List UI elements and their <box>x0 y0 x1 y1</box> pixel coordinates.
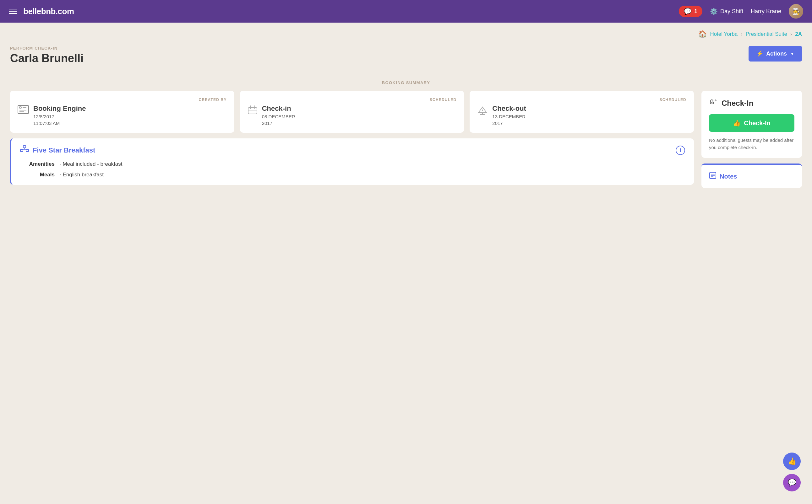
chevron-down-icon: ▼ <box>790 51 794 56</box>
svg-rect-15 <box>20 149 23 152</box>
package-header: Five Star Breakfast i <box>20 145 685 155</box>
notes-panel: Notes <box>702 164 802 188</box>
bolt-icon: ⚡ <box>756 50 763 57</box>
checkin-scheduled-title: Check-in <box>262 105 295 113</box>
amenities-label: Amenities <box>20 161 55 167</box>
svg-rect-5 <box>248 108 257 114</box>
meals-value: · English breakfast <box>60 172 104 178</box>
shift-info[interactable]: ⚙️ Day Shift <box>710 8 743 15</box>
booking-summary-label: BOOKING SUMMARY <box>10 80 802 85</box>
card-label-1: SCHEDULED <box>248 98 457 102</box>
fab-chat-icon: 💬 <box>788 479 796 487</box>
checkin-note: No additional guests may be added after … <box>709 137 794 151</box>
fab-thumbs-up[interactable]: 👍 <box>783 453 801 470</box>
svg-rect-12 <box>23 146 26 148</box>
left-column: CREATED BY Booking En <box>10 91 694 188</box>
package-details: Amenities · Meal included - breakfast Me… <box>20 161 685 178</box>
right-column: Check-In 👍 Check-In No additional guests… <box>702 91 802 188</box>
card-label-0: CREATED BY <box>18 98 227 102</box>
booking-engine-time: 11:07:03 AM <box>33 121 86 126</box>
header-right: 💬 1 ⚙️ Day Shift Harry Krane 👨‍🍳 <box>679 4 803 19</box>
shift-label: Day Shift <box>720 8 743 15</box>
booking-engine-title: Booking Engine <box>33 105 86 113</box>
cards-row: CREATED BY Booking En <box>10 91 694 133</box>
fab-thumbs-up-icon: 👍 <box>788 457 796 465</box>
info-icon-label: i <box>680 147 681 153</box>
package-org-icon <box>20 145 29 155</box>
user-name[interactable]: Harry Krane <box>751 8 781 15</box>
notes-panel-title: Notes <box>709 172 794 181</box>
avatar-image: 👨‍🍳 <box>789 4 803 19</box>
content-grid: CREATED BY Booking En <box>10 91 802 188</box>
booking-engine-icon <box>18 105 29 116</box>
home-icon[interactable]: 🏠 <box>698 30 707 38</box>
checkin-panel-icon <box>709 98 718 109</box>
fab-container: 👍 💬 <box>783 453 801 491</box>
notes-icon <box>709 172 717 181</box>
svg-rect-16 <box>26 149 29 152</box>
actions-label: Actions <box>766 51 787 57</box>
fab-chat[interactable]: 💬 <box>783 474 801 491</box>
scheduled-checkin-card: SCHEDULED Check-in 08 DE <box>240 91 464 133</box>
actions-button[interactable]: ⚡ Actions ▼ <box>749 46 802 62</box>
checkout-icon <box>477 105 488 117</box>
checkin-button[interactable]: 👍 Check-In <box>709 114 794 132</box>
svg-point-11 <box>482 110 483 111</box>
checkin-scheduled-date1: 08 DECEMBER <box>262 114 295 119</box>
scheduled-checkout-card: SCHEDULED Check-out 13 D <box>470 91 694 133</box>
checkin-panel: Check-In 👍 Check-In No additional guests… <box>702 91 802 158</box>
amenities-value: · Meal included - breakfast <box>60 161 122 167</box>
meals-label: Meals <box>20 172 55 178</box>
meals-row: Meals · English breakfast <box>20 172 685 178</box>
card-label-2: SCHEDULED <box>477 98 686 102</box>
amenities-row: Amenities · Meal included - breakfast <box>20 161 685 167</box>
logo: bellebnb.com <box>23 7 74 16</box>
main-content: 🏠 Hotel Yorba › Presidential Suite › 2A … <box>0 23 812 196</box>
card-content-1: Check-in 08 DECEMBER 2017 <box>262 105 295 126</box>
thumbs-up-icon: 👍 <box>733 119 741 127</box>
card-icon-row-0: Booking Engine 12/8/2017 11:07:03 AM <box>18 105 227 126</box>
checkin-scheduled-date2: 2017 <box>262 121 295 126</box>
info-icon[interactable]: i <box>676 146 685 155</box>
page-title-group: PERFORM CHECK-IN Carla Brunelli <box>10 46 83 65</box>
shift-icon: ⚙️ <box>710 8 718 15</box>
card-icon-row-2: Check-out 13 DECEMBER 2017 <box>477 105 686 126</box>
breadcrumb: 🏠 Hotel Yorba › Presidential Suite › 2A <box>10 30 802 38</box>
card-content-2: Check-out 13 DECEMBER 2017 <box>492 105 526 126</box>
svg-rect-1 <box>19 107 21 108</box>
page-title: Carla Brunelli <box>10 52 83 65</box>
checkout-date1: 13 DECEMBER <box>492 114 526 119</box>
avatar[interactable]: 👨‍🍳 <box>789 4 803 19</box>
breadcrumb-room: 2A <box>795 31 802 37</box>
card-icon-row-1: Check-in 08 DECEMBER 2017 <box>248 105 457 126</box>
card-content-0: Booking Engine 12/8/2017 11:07:03 AM <box>33 105 86 126</box>
checkin-scheduled-icon <box>248 105 258 117</box>
section-divider <box>10 74 802 74</box>
package-title: Five Star Breakfast <box>33 146 95 154</box>
header-left: bellebnb.com <box>9 7 74 16</box>
hamburger-menu[interactable] <box>9 9 17 14</box>
chat-count: 1 <box>694 8 697 15</box>
header: bellebnb.com 💬 1 ⚙️ Day Shift Harry Kran… <box>0 0 812 23</box>
page-subtitle: PERFORM CHECK-IN <box>10 46 83 51</box>
breadcrumb-sep-2: › <box>790 31 792 37</box>
checkout-date2: 2017 <box>492 121 526 126</box>
checkout-title: Check-out <box>492 105 526 113</box>
booking-engine-card: CREATED BY Booking En <box>10 91 234 133</box>
chat-icon: 💬 <box>684 8 692 15</box>
notes-title: Notes <box>720 173 737 180</box>
checkin-button-label: Check-In <box>744 120 770 127</box>
breadcrumb-sep-1: › <box>741 31 742 37</box>
checkin-panel-title-text: Check-In <box>722 99 753 108</box>
package-title-row: Five Star Breakfast <box>20 145 95 155</box>
checkin-panel-title: Check-In <box>709 98 794 109</box>
breadcrumb-hotel[interactable]: Hotel Yorba <box>710 31 738 37</box>
page-header: PERFORM CHECK-IN Carla Brunelli ⚡ Action… <box>10 46 802 65</box>
package-card: Five Star Breakfast i Amenities · Meal i… <box>10 138 694 185</box>
chat-badge[interactable]: 💬 1 <box>679 6 702 17</box>
booking-engine-date: 12/8/2017 <box>33 114 86 119</box>
breadcrumb-suite[interactable]: Presidential Suite <box>746 31 787 37</box>
